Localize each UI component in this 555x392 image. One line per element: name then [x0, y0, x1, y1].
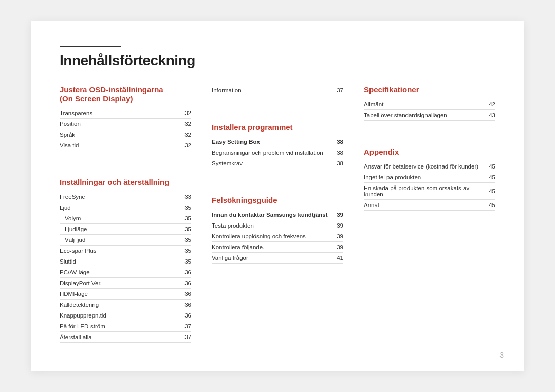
toc-label: Knappupprepn.tid: [60, 310, 176, 321]
toc-page: 38: [328, 137, 343, 147]
toc-label: Välj ljud: [60, 234, 176, 245]
toc-table-trouble: Innan du kontaktar Samsungs kundtjänst39…: [212, 210, 343, 264]
toc-page: 35: [176, 234, 191, 245]
spacer-4: [364, 125, 495, 135]
toc-label: Transparens: [60, 108, 176, 119]
page-title: Innehållsförteckning: [60, 52, 495, 69]
spacer-2: [212, 100, 343, 110]
spacer: [60, 155, 191, 165]
toc-page: 43: [480, 109, 495, 120]
section-title-settings: Inställningar och återställning: [60, 178, 191, 186]
toc-label: HDMI-läge: [60, 288, 176, 299]
toc-page: 38: [328, 147, 343, 158]
toc-page: 32: [176, 118, 191, 129]
toc-label: Kontrollera upplösning och frekvens: [212, 231, 328, 241]
toc-label: Easy Setting Box: [212, 137, 328, 147]
toc-table-information: Information37: [212, 85, 343, 96]
column-3: Specifikationer Allmänt42Tabell över sta…: [364, 85, 495, 347]
toc-label: Språk: [60, 129, 176, 140]
toc-page: 35: [176, 245, 191, 256]
toc-page: 36: [176, 310, 191, 321]
toc-page: 35: [176, 256, 191, 267]
toc-label: Testa produkten: [212, 220, 328, 231]
title-area: Innehållsförteckning: [60, 46, 495, 69]
toc-page: 42: [480, 99, 495, 110]
section-title-trouble: Felsökningsguide: [212, 196, 343, 204]
toc-label: Information: [212, 85, 328, 96]
toc-page: 36: [176, 299, 191, 310]
toc-label: Annat: [364, 199, 480, 210]
toc-page: 36: [176, 277, 191, 288]
toc-page: 33: [176, 192, 191, 202]
toc-page: 45: [480, 161, 495, 172]
toc-label: Sluttid: [60, 256, 176, 267]
column-2: Information37 Installera programmet Easy…: [212, 85, 343, 347]
toc-label: Inget fel på produkten: [364, 172, 480, 182]
toc-page: 35: [176, 202, 191, 213]
toc-table-settings: FreeSync33Ljud35Volym35Ljudläge35Välj lj…: [60, 192, 191, 343]
toc-page: 38: [328, 158, 343, 169]
toc-page: 36: [176, 267, 191, 277]
content-grid: Justera OSD-inställningarna (On Screen D…: [60, 85, 495, 347]
toc-label: PC/AV-läge: [60, 267, 176, 277]
toc-page: 37: [176, 321, 191, 331]
toc-label: Systemkrav: [212, 158, 328, 169]
toc-page: 37: [176, 331, 191, 342]
toc-page: 39: [328, 220, 343, 231]
title-rule: [60, 46, 121, 47]
toc-page: 35: [176, 213, 191, 223]
toc-page: 35: [176, 223, 191, 234]
page-number: 3: [499, 351, 504, 359]
toc-label: Ljud: [60, 202, 176, 213]
toc-label: Vanliga frågor: [212, 252, 328, 263]
toc-label: Tabell över standardsignallägen: [364, 109, 480, 120]
toc-label: Återställ alla: [60, 331, 176, 342]
toc-label: Källdetektering: [60, 299, 176, 310]
toc-label: Ljudläge: [60, 223, 176, 234]
toc-page: 32: [176, 129, 191, 140]
toc-page: 39: [328, 241, 343, 252]
toc-page: 45: [480, 182, 495, 199]
toc-page: 37: [328, 85, 343, 96]
section-title-osd: Justera OSD-inställningarna (On Screen D…: [60, 85, 191, 103]
toc-label: FreeSync: [60, 192, 176, 202]
toc-label: Kontrollera följande.: [212, 241, 328, 252]
spacer-3: [212, 173, 343, 183]
toc-page: 32: [176, 108, 191, 119]
section-title-spec: Specifikationer: [364, 85, 495, 94]
toc-table-appendix: Ansvar för betalservice (kostnad för kun…: [364, 161, 495, 211]
toc-page: 36: [176, 288, 191, 299]
toc-label: Innan du kontaktar Samsungs kundtjänst: [212, 210, 328, 220]
toc-page: 39: [328, 231, 343, 241]
toc-label: På för LED-ström: [60, 321, 176, 331]
column-1: Justera OSD-inställningarna (On Screen D…: [60, 85, 191, 347]
page: Innehållsförteckning Justera OSD-inställ…: [31, 21, 524, 371]
toc-label: Volym: [60, 213, 176, 223]
toc-label: DisplayPort Ver.: [60, 277, 176, 288]
toc-label: En skada på produkten som orsakats av ku…: [364, 182, 480, 199]
toc-page: 39: [328, 210, 343, 220]
section-title-appendix: Appendix: [364, 147, 495, 156]
toc-table-spec: Allmänt42Tabell över standardsignallägen…: [364, 99, 495, 121]
toc-label: Ansvar för betalservice (kostnad för kun…: [364, 161, 480, 172]
toc-label: Begränsningar och problem vid installati…: [212, 147, 328, 158]
toc-table-install: Easy Setting Box38Begränsningar och prob…: [212, 137, 343, 169]
toc-label: Allmänt: [364, 99, 480, 110]
toc-table-osd: Transparens32Position32Språk32Visa tid32: [60, 108, 191, 151]
section-title-install: Installera programmet: [212, 123, 343, 132]
toc-label: Position: [60, 118, 176, 129]
toc-label: Visa tid: [60, 140, 176, 151]
toc-page: 45: [480, 172, 495, 182]
toc-page: 41: [328, 252, 343, 263]
toc-label: Eco-spar Plus: [60, 245, 176, 256]
toc-page: 32: [176, 140, 191, 151]
toc-page: 45: [480, 199, 495, 210]
